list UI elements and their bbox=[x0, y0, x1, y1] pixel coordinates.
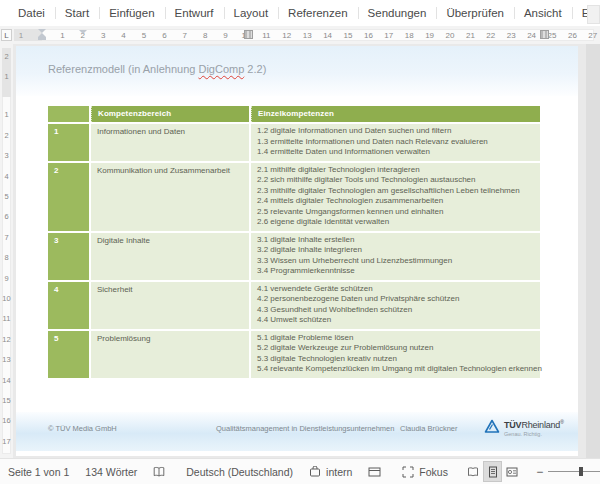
header-cell-einzelkompetenzen[interactable]: Einzelkompetenzen bbox=[251, 106, 540, 122]
scrollbar-top-box[interactable] bbox=[587, 5, 600, 24]
word-count[interactable]: 134 Wörter bbox=[85, 466, 137, 478]
header-cell-empty[interactable] bbox=[48, 106, 89, 122]
footer-copyright: © TÜV Media GmbH bbox=[48, 424, 117, 433]
competence-items-cell[interactable]: 5.1 digitale Probleme lösen5.2 digitale … bbox=[251, 331, 540, 378]
header-cell-kompetenzbereich[interactable]: Kompetenzbereich bbox=[91, 106, 249, 122]
vertical-ruler[interactable]: 211234567891011121314151617 bbox=[0, 44, 13, 458]
competency-table[interactable]: Kompetenzbereich Einzelkompetenzen 1Info… bbox=[48, 106, 540, 380]
competence-area-cell[interactable]: Digitale Inhalte bbox=[91, 233, 249, 280]
table-row: 3Digitale Inhalte3.1 digitale Inhalte er… bbox=[48, 233, 540, 280]
ruler-number: 10 bbox=[0, 294, 13, 303]
document-title[interactable]: Referenzmodell (in Anlehnung DigComp 2.2… bbox=[48, 63, 266, 75]
ruler-number: 27 bbox=[588, 30, 597, 41]
read-mode-icon bbox=[467, 466, 479, 478]
ruler-number: 3 bbox=[101, 30, 105, 41]
competence-item: 3.3 Wissen um Urheberrecht und Lizenzbes… bbox=[257, 256, 540, 267]
competence-item: 3.2 digitale Inhalte integrieren bbox=[257, 245, 540, 256]
ruler-number: 16 bbox=[0, 416, 13, 425]
proofing-status-button[interactable] bbox=[153, 466, 170, 478]
menu-tab-sendungen[interactable]: Sendungen bbox=[358, 0, 437, 26]
competence-item: 3.1 digitale Inhalte erstellen bbox=[257, 235, 540, 246]
competence-number-cell[interactable]: 5 bbox=[48, 331, 89, 378]
competence-item: 5.3 digitale Technologien kreativ nutzen bbox=[257, 354, 540, 365]
indent-marker[interactable] bbox=[38, 29, 46, 40]
menu-tab-überprüfen[interactable]: Überprüfen bbox=[436, 0, 514, 26]
sensitivity-text: intern bbox=[326, 466, 352, 478]
horizontal-ruler[interactable]: L 11234567891011121314151617181920212223… bbox=[0, 26, 600, 44]
ruler-number: 1 bbox=[0, 110, 13, 119]
table-row: 2Kommunikation und Zusammenarbeit2.1 mit… bbox=[48, 163, 540, 231]
menu-tab-entwurf[interactable]: Entwurf bbox=[165, 0, 224, 26]
table-column-marker[interactable] bbox=[540, 30, 549, 39]
ruler-number: 15 bbox=[0, 396, 13, 405]
zoom-out-button[interactable]: − bbox=[531, 465, 548, 479]
ruler-number: 5 bbox=[0, 192, 13, 201]
competence-items-cell[interactable]: 3.1 digitale Inhalte erstellen3.2 digita… bbox=[251, 233, 540, 280]
document-page[interactable]: Referenzmodell (in Anlehnung DigComp 2.2… bbox=[16, 46, 578, 456]
competence-items-cell[interactable]: 1.2 digitale Informationen und Daten suc… bbox=[251, 124, 540, 161]
competence-items-cell[interactable]: 2.1 mithilfe digitaler Technologien inte… bbox=[251, 163, 540, 231]
ruler-number: 22 bbox=[486, 30, 495, 41]
misspelled-word: DigComp bbox=[198, 63, 244, 75]
ruler-number: 18 bbox=[405, 30, 414, 41]
competence-area-cell[interactable]: Informationen und Daten bbox=[91, 124, 249, 161]
competence-items-cell[interactable]: 4.1 verwendete Geräte schützen4.2 person… bbox=[251, 282, 540, 329]
ruler-number: 11 bbox=[262, 30, 270, 41]
competence-area-cell[interactable]: Problemlösung bbox=[91, 331, 249, 378]
ruler-number: 9 bbox=[223, 30, 227, 41]
ruler-number: 2 bbox=[0, 131, 13, 140]
title-text: 2.2) bbox=[244, 63, 266, 75]
ruler-number: 11 bbox=[0, 314, 13, 323]
title-text: Referenzmodell (in Anlehnung bbox=[48, 63, 198, 75]
competence-item: 4.2 personenbezogene Daten und Privatsph… bbox=[257, 294, 540, 305]
ruler-number: 21 bbox=[466, 30, 475, 41]
ruler-number: 26 bbox=[568, 30, 577, 41]
menu-tab-referenzen[interactable]: Referenzen bbox=[278, 0, 357, 26]
tab-stop-selector[interactable]: L bbox=[1, 29, 12, 41]
ruler-number: 6 bbox=[0, 212, 13, 221]
zoom-slider[interactable] bbox=[548, 471, 600, 472]
competence-area-cell[interactable]: Kommunikation und Zusammenarbeit bbox=[91, 163, 249, 231]
vertical-scrollbar[interactable] bbox=[586, 44, 600, 458]
ruler-number: 5 bbox=[142, 30, 146, 41]
ruler-number: 23 bbox=[507, 30, 516, 41]
web-layout-icon bbox=[506, 466, 518, 478]
ruler-number: 7 bbox=[0, 233, 13, 242]
macro-window-icon bbox=[368, 466, 381, 478]
competence-item: 5.1 digitale Probleme lösen bbox=[257, 333, 540, 344]
menu-tab-einfügen[interactable]: Einfügen bbox=[99, 0, 164, 26]
menu-tab-start[interactable]: Start bbox=[55, 0, 99, 26]
ruler-number: 1 bbox=[60, 30, 64, 41]
ruler-number: 13 bbox=[303, 30, 312, 41]
competence-number-cell[interactable]: 2 bbox=[48, 163, 89, 231]
zoom-slider-thumb[interactable] bbox=[579, 467, 583, 476]
competence-number-cell[interactable]: 3 bbox=[48, 233, 89, 280]
page-indicator[interactable]: Seite 1 von 1 bbox=[8, 466, 69, 478]
menu-tab-layout[interactable]: Layout bbox=[224, 0, 279, 26]
competence-item: 1.2 digitale Informationen und Daten suc… bbox=[257, 126, 540, 137]
macro-recording-button[interactable] bbox=[368, 466, 386, 478]
first-line-indent-marker[interactable] bbox=[79, 30, 87, 34]
ruler-number: 8 bbox=[0, 253, 13, 262]
zoom-control: − + bbox=[531, 465, 600, 479]
competence-number-cell[interactable]: 1 bbox=[48, 124, 89, 161]
ruler-number: 1 bbox=[0, 72, 13, 81]
print-layout-button[interactable] bbox=[484, 462, 501, 481]
ruler-number: 19 bbox=[425, 30, 434, 41]
menu-tab-ansicht[interactable]: Ansicht bbox=[514, 0, 572, 26]
ruler-number: 4 bbox=[0, 172, 13, 181]
table-header-row: Kompetenzbereich Einzelkompetenzen bbox=[48, 106, 540, 122]
ruler-number: 2 bbox=[0, 52, 13, 61]
document-area: Referenzmodell (in Anlehnung DigComp 2.2… bbox=[13, 44, 586, 458]
read-mode-button[interactable] bbox=[465, 462, 482, 481]
language-selector[interactable]: Deutsch (Deutschland) bbox=[186, 466, 293, 478]
table-column-marker[interactable] bbox=[244, 30, 253, 39]
ruler-band bbox=[2, 48, 11, 454]
sensitivity-label[interactable]: intern bbox=[309, 466, 352, 478]
competence-area-cell[interactable]: Sicherheit bbox=[91, 282, 249, 329]
footer-author: Claudia Brückner bbox=[400, 424, 458, 433]
focus-mode-button[interactable]: Fokus bbox=[402, 466, 448, 478]
web-layout-button[interactable] bbox=[503, 462, 520, 481]
menu-tab-datei[interactable]: Datei bbox=[8, 0, 55, 26]
competence-number-cell[interactable]: 4 bbox=[48, 282, 89, 329]
